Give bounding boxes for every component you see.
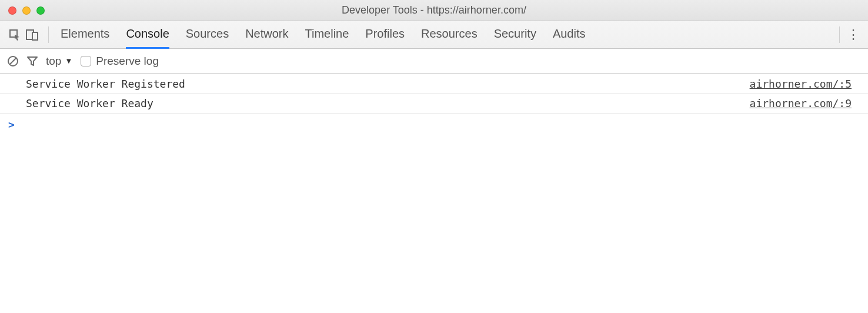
context-label: top: [46, 55, 61, 68]
log-message: Service Worker Ready: [26, 97, 750, 109]
chevron-down-icon: ▼: [65, 56, 72, 65]
device-toolbar-icon[interactable]: [24, 29, 41, 41]
console-prompt[interactable]: >: [0, 114, 868, 131]
log-source-link[interactable]: airhorner.com/:5: [750, 78, 852, 90]
svg-rect-2: [32, 32, 38, 40]
window-controls: [8, 6, 45, 15]
console-filter-bar: top ▼ Preserve log: [0, 49, 868, 74]
toolbar-divider: [48, 26, 49, 43]
svg-line-4: [10, 58, 16, 64]
close-window-button[interactable]: [8, 6, 16, 15]
preserve-log-checkbox[interactable]: [81, 56, 91, 66]
tab-elements[interactable]: Elements: [61, 21, 109, 49]
window-titlebar: Developer Tools - https://airhorner.com/: [0, 0, 868, 21]
clear-console-icon[interactable]: [7, 55, 19, 67]
tab-profiles[interactable]: Profiles: [365, 21, 405, 49]
panel-tabs: Elements Console Sources Network Timelin…: [61, 21, 839, 49]
minimize-window-button[interactable]: [22, 6, 31, 15]
tab-security[interactable]: Security: [494, 21, 536, 49]
tab-audits[interactable]: Audits: [553, 21, 586, 49]
window-title: Developer Tools - https://airhorner.com/: [0, 4, 868, 16]
log-row: Service Worker Ready airhorner.com/:9: [0, 94, 868, 114]
devtools-toolbar: Elements Console Sources Network Timelin…: [0, 21, 868, 49]
tab-resources[interactable]: Resources: [421, 21, 478, 49]
log-source-link[interactable]: airhorner.com/:9: [750, 97, 852, 109]
log-row: Service Worker Registered airhorner.com/…: [0, 74, 868, 94]
preserve-log-toggle[interactable]: Preserve log: [81, 55, 159, 68]
tab-network[interactable]: Network: [245, 21, 288, 49]
inspect-element-icon[interactable]: [6, 29, 24, 41]
tab-console[interactable]: Console: [126, 21, 169, 49]
console-log-pane: Service Worker Registered airhorner.com/…: [0, 74, 868, 131]
preserve-log-label: Preserve log: [96, 55, 159, 68]
zoom-window-button[interactable]: [36, 6, 45, 15]
tab-timeline[interactable]: Timeline: [305, 21, 349, 49]
filter-icon[interactable]: [27, 56, 38, 66]
tab-sources[interactable]: Sources: [186, 21, 229, 49]
more-options-icon[interactable]: ⋮: [844, 27, 862, 42]
toolbar-divider: [839, 26, 840, 43]
log-message: Service Worker Registered: [26, 78, 750, 90]
execution-context-selector[interactable]: top ▼: [46, 55, 72, 68]
